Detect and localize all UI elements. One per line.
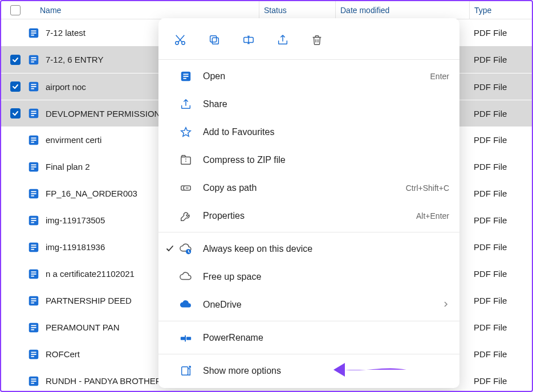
- zip-icon: [179, 153, 193, 167]
- cloud-keep-icon: [179, 242, 193, 256]
- svg-rect-26: [31, 193, 36, 194]
- app-pdf-icon: [179, 70, 193, 83]
- column-header-date[interactable]: Date modified: [335, 1, 469, 19]
- row-checkbox[interactable]: [10, 81, 22, 92]
- menu-item-copy-as-path[interactable]: Copy as pathCtrl+Shift+C: [158, 174, 459, 202]
- row-checkbox[interactable]: [10, 269, 22, 279]
- type-cell: PDF File: [469, 376, 532, 386]
- menu-item-always-keep-on-this-device[interactable]: Always keep on this device: [158, 235, 459, 263]
- checkbox-icon: [10, 5, 21, 15]
- menu-divider: [158, 59, 459, 60]
- share-icon[interactable]: [276, 33, 290, 47]
- svg-rect-25: [31, 191, 36, 192]
- type-cell: PDF File: [469, 55, 532, 64]
- row-checkbox[interactable]: [10, 296, 22, 306]
- svg-point-57: [176, 42, 179, 45]
- menu-item-label: Open: [203, 71, 430, 81]
- select-all-checkbox-cell[interactable]: [10, 5, 22, 15]
- menu-item-label: Add to Favourites: [203, 127, 449, 137]
- svg-rect-2: [31, 32, 36, 34]
- svg-rect-35: [31, 248, 34, 250]
- svg-rect-53: [31, 378, 36, 379]
- menu-item-shortcut: Enter: [430, 72, 449, 81]
- svg-rect-45: [31, 325, 36, 326]
- row-checkbox[interactable]: [10, 189, 22, 199]
- svg-rect-19: [31, 141, 34, 142]
- menu-item-label: Show more options: [203, 366, 449, 376]
- column-header-name[interactable]: Name: [27, 6, 259, 15]
- cut-icon[interactable]: [173, 33, 187, 47]
- svg-rect-22: [31, 166, 36, 168]
- menu-item-show-more-options[interactable]: Show more options: [158, 357, 459, 385]
- menu-item-compress-to-zip-file[interactable]: Compress to ZIP file: [158, 146, 459, 174]
- menu-item-label: Free up space: [203, 272, 449, 282]
- menu-item-properties[interactable]: PropertiesAlt+Enter: [158, 202, 459, 230]
- type-cell: PDF File: [469, 82, 532, 92]
- menu-item-label: Copy as path: [203, 183, 406, 193]
- svg-rect-71: [182, 366, 188, 375]
- row-checkbox[interactable]: [10, 215, 22, 226]
- checkbox-icon: [10, 55, 21, 65]
- svg-rect-55: [31, 382, 34, 383]
- pdf-file-icon: [27, 134, 40, 146]
- svg-rect-70: [186, 337, 191, 340]
- menu-item-free-up-space[interactable]: Free up space: [158, 263, 459, 291]
- svg-rect-34: [31, 247, 36, 248]
- type-cell: PDF File: [469, 242, 532, 252]
- svg-rect-64: [183, 76, 188, 77]
- wrench-icon: [179, 209, 193, 223]
- pdf-file-icon: [27, 375, 40, 387]
- type-cell: PDF File: [469, 162, 532, 172]
- svg-rect-59: [212, 38, 218, 44]
- column-header-type[interactable]: Type: [469, 1, 532, 19]
- svg-rect-5: [31, 57, 36, 58]
- type-cell: PDF File: [469, 296, 532, 305]
- svg-rect-14: [31, 113, 36, 114]
- rename-icon[interactable]: [242, 33, 255, 47]
- row-checkbox[interactable]: [10, 55, 22, 65]
- row-checkbox[interactable]: [10, 108, 22, 119]
- pdf-file-icon: [27, 27, 40, 39]
- menu-item-label: Share: [203, 99, 449, 109]
- svg-rect-10: [31, 86, 36, 87]
- row-checkbox[interactable]: [10, 162, 22, 172]
- row-checkbox[interactable]: [10, 349, 22, 360]
- svg-rect-43: [31, 302, 34, 303]
- row-checkbox[interactable]: [10, 376, 22, 386]
- menu-item-onedrive[interactable]: OneDrive: [158, 291, 459, 318]
- pdf-file-icon: [27, 80, 40, 93]
- pdf-file-icon: [27, 107, 40, 120]
- svg-rect-6: [31, 59, 36, 60]
- svg-rect-29: [31, 218, 36, 219]
- menu-item-shortcut: Ctrl+Shift+C: [406, 183, 449, 193]
- row-checkbox[interactable]: [10, 135, 22, 145]
- svg-rect-21: [31, 164, 36, 165]
- menu-item-share[interactable]: Share: [158, 90, 459, 118]
- svg-rect-17: [31, 137, 36, 138]
- column-header-status[interactable]: Status: [259, 1, 335, 19]
- svg-rect-46: [31, 327, 36, 328]
- svg-rect-18: [31, 140, 36, 141]
- pdf-file-icon: [27, 214, 40, 227]
- delete-icon[interactable]: [310, 33, 324, 47]
- checkbox-icon: [10, 81, 21, 92]
- type-cell: PDF File: [469, 322, 532, 332]
- menu-item-shortcut: Alt+Enter: [416, 211, 449, 220]
- svg-rect-69: [181, 337, 185, 340]
- svg-rect-30: [31, 220, 36, 221]
- menu-item-open[interactable]: OpenEnter: [158, 62, 459, 90]
- checkbox-icon: [10, 108, 21, 119]
- menu-item-add-to-favourites[interactable]: Add to Favourites: [158, 118, 459, 146]
- row-checkbox[interactable]: [10, 242, 22, 252]
- svg-rect-41: [31, 298, 36, 299]
- menu-divider: [158, 232, 459, 232]
- menu-divider: [158, 354, 459, 354]
- copy-icon[interactable]: [207, 33, 221, 47]
- pdf-file-icon: [27, 187, 40, 200]
- svg-rect-63: [183, 74, 188, 75]
- svg-rect-54: [31, 381, 36, 382]
- context-menu: OpenEnterShareAdd to FavouritesCompress …: [158, 18, 459, 388]
- menu-item-powerrename[interactable]: PowerRename: [158, 324, 459, 352]
- row-checkbox[interactable]: [10, 28, 22, 38]
- row-checkbox[interactable]: [10, 322, 22, 333]
